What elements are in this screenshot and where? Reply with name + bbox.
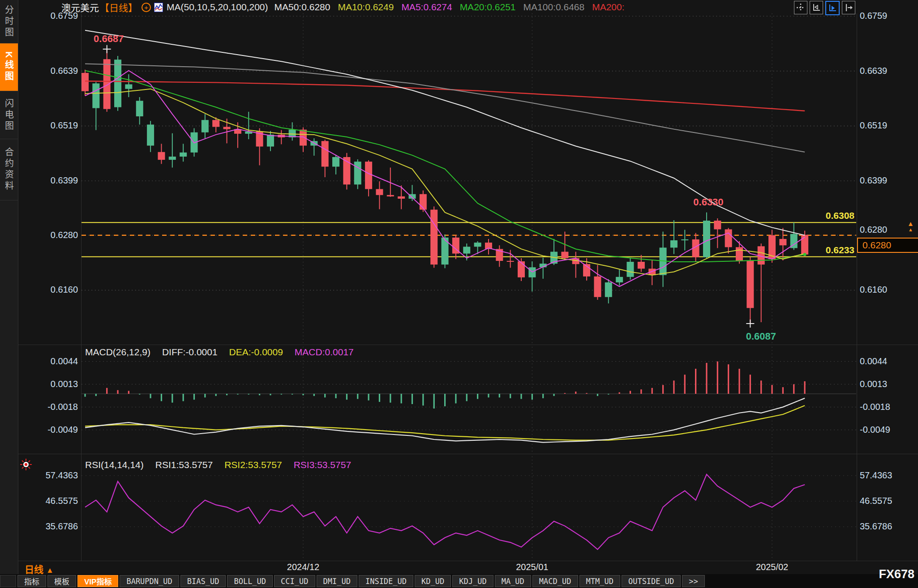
svg-text:0.6087: 0.6087 [746,331,776,342]
ma10-value: MA10:0.6249 [338,2,394,13]
tab-模板[interactable]: 模板 [47,575,76,587]
macd-header: MACD(26,12,9) DIFF:-0.0001 DEA:-0.0009 M… [85,346,365,358]
tab-KD_UD[interactable]: KD_UD [415,575,451,587]
current-price-value: 0.6280 [862,240,891,251]
macd-title: MACD(26,12,9) [85,347,150,358]
ma5-value: MA5:0.6274 [401,2,452,13]
tab-MA_UD[interactable]: MA_UD [495,575,531,587]
tab-MTM_UD[interactable]: MTM_UD [579,575,620,587]
rsi-header: RSI(14,14,14) RSI1:53.5757 RSI2:53.5757 … [85,459,363,471]
tab-KDJ_UD[interactable]: KDJ_UD [452,575,493,587]
tab-VIP指标[interactable]: VIP指标 [77,575,118,587]
ma-settings-label: MA(50,10,5,20,100,200) [167,2,268,13]
tab-BARUPDN_UD[interactable]: BARUPDN_UD [120,575,179,587]
watermark: FX678 [879,567,914,581]
rsi-title: RSI(14,14,14) [85,460,144,470]
sidebar-item-4[interactable]: 合约资料 [0,139,18,200]
sidebar-item-1[interactable]: 分时图 [0,0,18,43]
price-alert-arrows-icon: ▲▲ [907,221,914,232]
period-tag[interactable]: 【日线】 [100,0,137,14]
tab-BIAS_UD[interactable]: BIAS_UD [180,575,226,587]
tab-MACD_UD[interactable]: MACD_UD [532,575,578,587]
tab-BOLL_UD[interactable]: BOLL_UD [227,575,273,587]
ma50-value: MA50:0.6280 [275,2,330,13]
current-price-tag: 0.6280 [857,238,918,253]
macd-diff-value: DIFF:-0.0001 [162,347,218,358]
chart-style-icon[interactable] [154,2,163,13]
sidebar-item-2[interactable]: K线图 [0,43,18,91]
rsi1-value: RSI1:53.5757 [155,460,213,470]
ma20-value: MA20:0.6251 [460,2,516,13]
rsi2-value: RSI2:53.5757 [224,460,282,470]
tabbar-spacer [0,575,16,587]
ma200-value: MA200: [592,2,624,13]
chart-header: 澳元美元 【日线】 + MA(50,10,5,20,100,200) MA50:… [18,0,918,14]
tab-DMI_UD[interactable]: DMI_UD [317,575,357,587]
tab-指标[interactable]: 指标 [17,575,46,587]
macd-dea-value: DEA:-0.0009 [229,347,283,358]
indicator-marker-icon[interactable] [20,458,32,471]
tab-OUTSIDE_UD[interactable]: OUTSIDE_UD [622,575,681,587]
circle-plus-icon[interactable]: + [142,3,151,12]
chart-type-sidebar: 分时图K线图闪电图合约资料 [0,0,18,574]
symbol-name: 澳元美元 [61,0,99,14]
tab->>[interactable]: >> [682,575,704,587]
price-axis-value: 0.6280 [860,225,887,235]
ma100-value: MA100:0.6468 [523,2,585,13]
macd-macd-value: MACD:0.0017 [295,347,354,358]
indicator-tab-bar: 指标模板VIP指标BARUPDN_UDBIAS_UDBOLL_UDCCI_UDD… [0,574,918,588]
tab-INSIDE_UD[interactable]: INSIDE_UD [359,575,413,587]
tab-CCI_UD[interactable]: CCI_UD [274,575,315,587]
rsi3-value: RSI3:53.5757 [294,460,351,470]
sidebar-item-3[interactable]: 闪电图 [0,91,18,139]
svg-text:0.6687: 0.6687 [94,33,124,44]
svg-text:0.6330: 0.6330 [693,196,723,208]
main-chart[interactable]: 0.66870.63300.6087 [0,0,918,588]
